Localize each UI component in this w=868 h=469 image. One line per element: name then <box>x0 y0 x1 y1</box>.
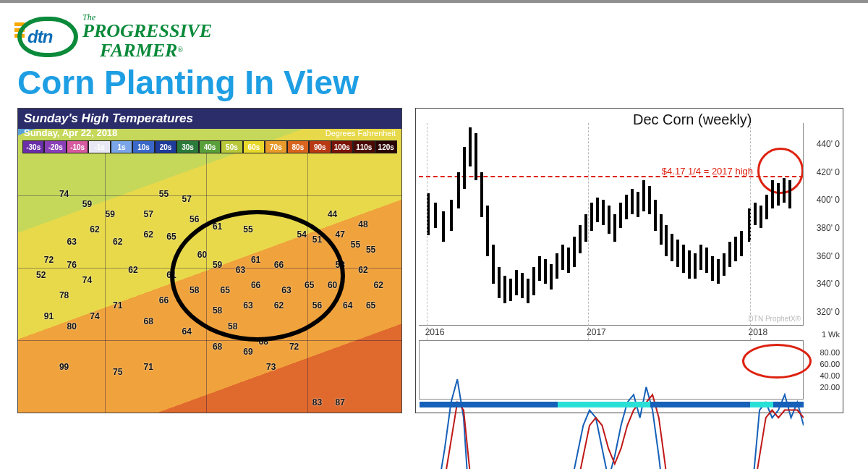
temp-value: 56 <box>312 300 322 310</box>
temp-value: 87 <box>336 397 345 407</box>
osc-y-label: 40.00 <box>820 371 840 380</box>
x-gridline <box>750 123 751 340</box>
ohlc-bar <box>515 270 518 295</box>
ohlc-bar <box>788 180 791 208</box>
ohlc-bar <box>717 259 720 284</box>
ohlc-bar <box>590 203 593 231</box>
y-tick-label: 420' 0 <box>817 167 840 177</box>
temp-value: 56 <box>190 214 199 224</box>
ohlc-bar <box>688 250 691 279</box>
ohlc-bar <box>561 245 564 270</box>
legend-swatch: 90s <box>309 140 331 153</box>
ohlc-bar <box>771 180 774 208</box>
ohlc-bar <box>498 267 501 297</box>
temp-value: 66 <box>159 295 169 305</box>
ohlc-bar <box>754 203 757 225</box>
chart-resolution: 1 Wk <box>822 330 840 339</box>
temp-value: 76 <box>67 260 77 270</box>
ohlc-bar <box>665 225 668 255</box>
temp-value: 51 <box>312 234 322 245</box>
ohlc-bar <box>442 211 445 242</box>
ohlc-bar <box>544 259 547 284</box>
ohlc-bar <box>567 248 570 273</box>
temp-value: 55 <box>366 245 375 255</box>
ohlc-bar <box>613 214 616 242</box>
temp-value: 48 <box>358 219 367 229</box>
ohlc-bar <box>573 237 576 267</box>
ohlc-bar <box>475 133 477 181</box>
weather-map-panel: Sunday's High Temperatures Sunday, Apr 2… <box>17 108 402 413</box>
legend-swatch: -20s <box>44 140 66 153</box>
temp-value: 65 <box>366 300 375 310</box>
registered-icon: ® <box>177 45 183 53</box>
legend-swatch: 100s <box>331 140 353 153</box>
ohlc-bar <box>676 240 679 268</box>
legend-swatch: 70s <box>265 140 286 153</box>
temp-value: 60 <box>197 250 207 260</box>
weather-legend: -30s-20s-10s-1s1s10s20s30s40s50s60s70s80… <box>22 140 397 153</box>
temp-value: 54 <box>297 229 307 240</box>
temp-value: 91 <box>44 311 54 321</box>
ohlc-bar <box>783 178 786 203</box>
weather-temps: 7459595557576263626265566155605963616654… <box>18 158 401 413</box>
ohlc-bar <box>492 245 495 284</box>
temp-value: 59 <box>213 260 222 270</box>
osc-band-highlight <box>750 402 773 407</box>
temp-value: 74 <box>82 275 92 285</box>
legend-swatch: 40s <box>199 140 221 153</box>
ohlc-bar <box>777 183 780 206</box>
y-tick-label: 400' 0 <box>817 195 840 205</box>
temp-value: 78 <box>59 290 69 300</box>
osc-y-label: 60.00 <box>820 360 840 368</box>
price-chart-panel: Dec Corn (weekly) $4.17 1/4 = 2017 high … <box>415 108 843 413</box>
ohlc-bar <box>602 200 605 225</box>
dtn-logo: dtn <box>17 17 78 57</box>
pf-line2: FARMER <box>100 40 177 61</box>
legend-swatch: -30s <box>22 140 44 153</box>
ohlc-bar <box>642 180 645 211</box>
temp-value: 68 <box>259 337 268 347</box>
legend-swatch: -10s <box>67 140 88 153</box>
ohlc-bar <box>503 276 506 304</box>
dtn-wordmark: dtn <box>27 27 52 47</box>
y-tick-label: 320' 0 <box>817 307 840 317</box>
oscillator-time-band <box>420 402 804 407</box>
temp-value: 80 <box>67 321 77 331</box>
ohlc-bar <box>527 279 529 304</box>
osc-band-highlight <box>558 402 650 407</box>
y-tick-label: 380' 0 <box>817 223 840 233</box>
temp-value: 55 <box>351 240 360 250</box>
temp-value: 66 <box>274 260 284 270</box>
chart-watermark: DTN ProphetX® <box>749 315 801 323</box>
temp-value: 72 <box>44 255 54 265</box>
temp-value: 62 <box>374 280 383 290</box>
price-circle-annotation <box>757 148 804 194</box>
temp-value: 60 <box>328 280 337 290</box>
pf-line1: PROGRESSIVE <box>82 20 212 41</box>
temp-value: 83 <box>312 397 322 407</box>
temp-value: 62 <box>274 300 284 310</box>
x-gridline <box>588 123 589 340</box>
ohlc-bar <box>694 253 697 279</box>
temp-value: 62 <box>90 224 99 234</box>
temp-value: 62 <box>144 229 153 240</box>
weather-headline: Sunday's High Temperatures <box>18 109 401 129</box>
weather-date: Sunday, Apr 22, 2018 <box>24 127 117 138</box>
ohlc-bar <box>457 172 460 208</box>
temp-value: 63 <box>67 237 77 247</box>
temp-value: 64 <box>182 326 192 337</box>
ohlc-bar <box>631 189 634 214</box>
ohlc-bar <box>486 206 489 256</box>
temp-value: 71 <box>144 362 153 372</box>
ohlc-bar <box>625 195 628 220</box>
ohlc-bar <box>711 256 714 282</box>
legend-swatch: 120s <box>375 140 397 153</box>
slide-title: Corn Planting In View <box>0 60 868 108</box>
temp-value: 61 <box>251 255 260 265</box>
ohlc-bar <box>705 248 708 273</box>
panels-row: Sunday's High Temperatures Sunday, Apr 2… <box>0 108 868 413</box>
temp-value: 57 <box>182 194 192 204</box>
ohlc-bar <box>480 172 483 217</box>
temp-value: 55 <box>243 224 252 234</box>
legend-swatch: 110s <box>353 140 375 153</box>
